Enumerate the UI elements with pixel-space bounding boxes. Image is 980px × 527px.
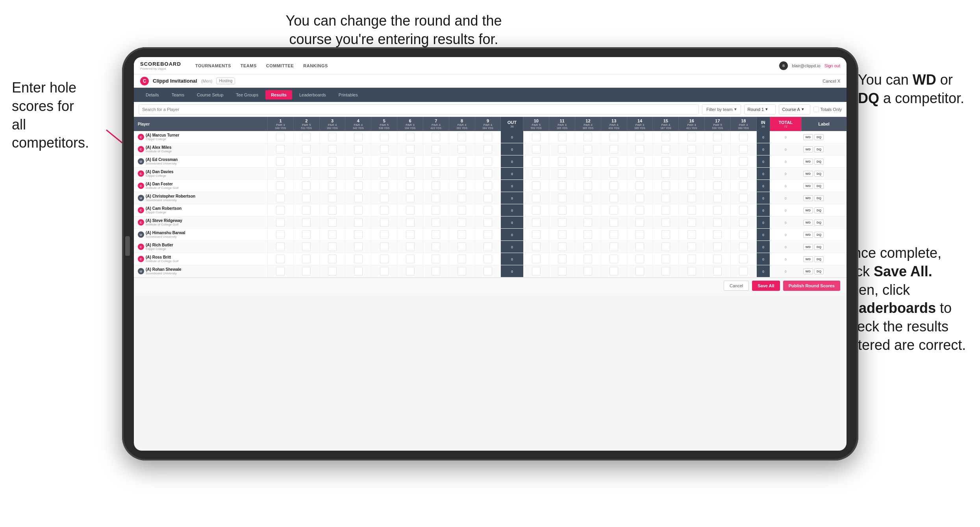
score-input[interactable] — [484, 133, 492, 141]
score-input[interactable] — [328, 242, 337, 251]
score-input[interactable] — [276, 181, 285, 190]
hole-9-score[interactable] — [475, 204, 501, 216]
score-input[interactable] — [661, 267, 670, 276]
hole-6-score[interactable] — [397, 229, 423, 241]
score-input[interactable] — [302, 157, 311, 166]
hole-11-score[interactable] — [549, 265, 575, 277]
hole-12-score[interactable] — [575, 155, 601, 168]
score-input[interactable] — [661, 133, 670, 141]
score-input[interactable] — [635, 242, 644, 251]
score-input[interactable] — [484, 181, 492, 190]
score-input[interactable] — [609, 255, 618, 263]
hole-11-score[interactable] — [549, 204, 575, 216]
hole-8-score[interactable] — [449, 204, 475, 216]
hole-2-score[interactable] — [293, 253, 319, 265]
tab-teams[interactable]: Teams — [166, 90, 190, 100]
hole-2-score[interactable] — [293, 168, 319, 180]
nav-committee[interactable]: COMMITTEE — [266, 63, 294, 68]
hole-5-score[interactable] — [371, 253, 397, 265]
wd-button[interactable]: WD — [803, 232, 813, 238]
hole-5-score[interactable] — [371, 155, 397, 168]
score-input[interactable] — [276, 145, 285, 153]
score-input[interactable] — [558, 206, 567, 214]
wd-button[interactable]: WD — [803, 171, 813, 177]
search-input[interactable] — [139, 104, 699, 115]
score-input[interactable] — [354, 145, 363, 153]
score-input[interactable] — [635, 145, 644, 153]
round-select[interactable]: Round 1 ▾ — [744, 104, 776, 115]
score-input[interactable] — [302, 255, 311, 263]
hole-10-score[interactable] — [523, 265, 549, 277]
hole-16-score[interactable] — [679, 216, 705, 229]
hole-17-score[interactable] — [705, 168, 731, 180]
hole-6-score[interactable] — [397, 265, 423, 277]
score-input[interactable] — [532, 157, 541, 166]
score-input[interactable] — [302, 169, 311, 178]
score-input[interactable] — [302, 206, 311, 214]
hole-1-score[interactable] — [268, 241, 294, 253]
wd-button[interactable]: WD — [803, 134, 813, 140]
hole-5-score[interactable] — [371, 131, 397, 143]
hole-2-score[interactable] — [293, 241, 319, 253]
score-input[interactable] — [484, 145, 492, 153]
score-input[interactable] — [276, 169, 285, 178]
hole-18-score[interactable] — [730, 168, 756, 180]
hole-13-score[interactable] — [601, 131, 627, 143]
score-input[interactable] — [458, 206, 466, 214]
hole-6-score[interactable] — [397, 241, 423, 253]
tab-results[interactable]: Results — [265, 90, 292, 100]
hole-4-score[interactable] — [345, 180, 371, 192]
score-input[interactable] — [661, 181, 670, 190]
hole-8-score[interactable] — [449, 143, 475, 155]
score-input[interactable] — [406, 230, 415, 239]
hole-6-score[interactable] — [397, 216, 423, 229]
save-all-btn[interactable]: Save All — [752, 281, 780, 291]
dq-button[interactable]: DQ — [814, 146, 824, 152]
score-input[interactable] — [584, 218, 592, 227]
hole-7-score[interactable] — [423, 180, 449, 192]
hole-15-score[interactable] — [653, 229, 679, 241]
score-input[interactable] — [713, 157, 722, 166]
dq-button[interactable]: DQ — [814, 256, 824, 262]
score-input[interactable] — [302, 145, 311, 153]
score-input[interactable] — [406, 194, 415, 202]
hole-1-score[interactable] — [268, 216, 294, 229]
score-input[interactable] — [484, 230, 492, 239]
totals-check-box[interactable] — [813, 107, 819, 112]
dq-button[interactable]: DQ — [814, 232, 824, 238]
hole-5-score[interactable] — [371, 168, 397, 180]
hole-11-score[interactable] — [549, 192, 575, 204]
score-input[interactable] — [354, 133, 363, 141]
tab-leaderboards[interactable]: Leaderboards — [294, 90, 332, 100]
score-input[interactable] — [380, 194, 389, 202]
score-input[interactable] — [380, 181, 389, 190]
hole-8-score[interactable] — [449, 192, 475, 204]
tab-tee-groups[interactable]: Tee Groups — [230, 90, 264, 100]
hole-15-score[interactable] — [653, 143, 679, 155]
wd-button[interactable]: WD — [803, 220, 813, 226]
score-input[interactable] — [302, 133, 311, 141]
hole-4-score[interactable] — [345, 204, 371, 216]
score-input[interactable] — [432, 230, 440, 239]
hole-15-score[interactable] — [653, 253, 679, 265]
score-input[interactable] — [406, 255, 415, 263]
score-input[interactable] — [432, 242, 440, 251]
score-input[interactable] — [661, 145, 670, 153]
score-input[interactable] — [739, 181, 748, 190]
score-input[interactable] — [558, 181, 567, 190]
hole-9-score[interactable] — [475, 229, 501, 241]
hole-14-score[interactable] — [627, 253, 653, 265]
hole-8-score[interactable] — [449, 265, 475, 277]
score-input[interactable] — [380, 230, 389, 239]
score-input[interactable] — [558, 194, 567, 202]
score-input[interactable] — [609, 242, 618, 251]
hole-3-score[interactable] — [319, 229, 345, 241]
score-input[interactable] — [276, 242, 285, 251]
hole-18-score[interactable] — [730, 216, 756, 229]
score-input[interactable] — [302, 194, 311, 202]
dq-button[interactable]: DQ — [814, 183, 824, 189]
cancel-footer-btn[interactable]: Cancel — [724, 281, 749, 291]
hole-2-score[interactable] — [293, 155, 319, 168]
score-input[interactable] — [687, 218, 696, 227]
score-input[interactable] — [558, 133, 567, 141]
